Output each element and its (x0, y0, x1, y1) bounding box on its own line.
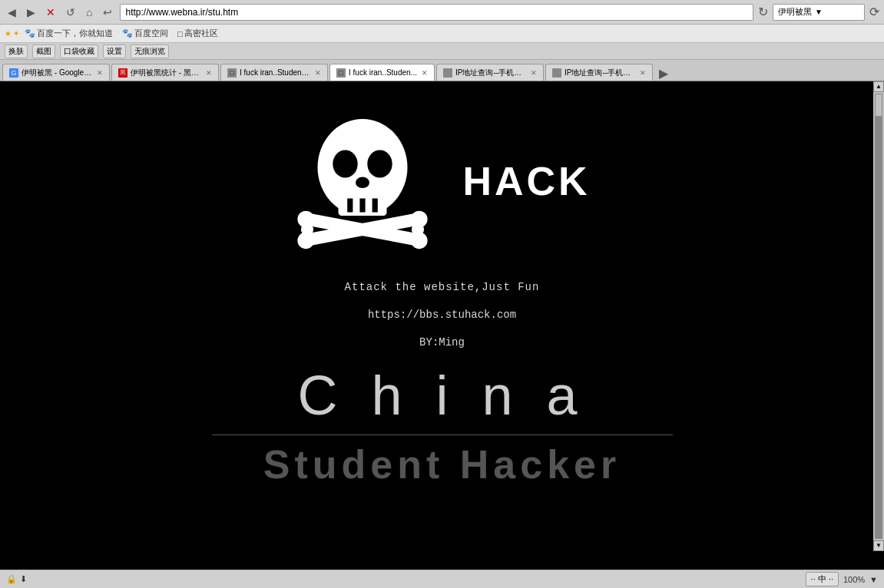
student-hacker-label: Student Hacker (263, 441, 621, 487)
bookmarks-bar: ★ ✦ 🐾 百度一下，你就知道 🐾 百度空间 □ 高密社区 (0, 25, 884, 43)
bookmark-star2-icon: ✦ (13, 29, 19, 38)
lang-dots: ·· (811, 574, 816, 583)
content-area: HACK Attack the website,Just Fun https:/… (0, 81, 884, 570)
bookmark-baidu-space[interactable]: 🐾 百度空间 (118, 27, 172, 40)
tab-close-1[interactable]: ✕ (206, 69, 212, 77)
forward-button[interactable]: ▶ (24, 5, 38, 20)
baidu-icon: 🐾 (25, 28, 35, 38)
home-button[interactable]: ⌂ (83, 5, 95, 20)
status-left: 🔒 ⬇ (6, 574, 27, 584)
bookmark-star-icon: ★ (5, 29, 12, 38)
message-area: Attack the website,Just Fun https://bbs.… (345, 281, 540, 349)
undo-button[interactable]: ↩ (100, 5, 115, 20)
skull-hack-area: HACK (293, 104, 590, 258)
browser-frame: ◀ ▶ ✕ ↺ ⌂ ↩ ↻ 伊明被黑 ▼ ⟳ ★ ✦ 🐾 百度一下，你就知道 🐾… (0, 0, 884, 588)
svg-point-15 (412, 223, 424, 236)
hacked-page: HACK Attack the website,Just Fun https:/… (0, 81, 884, 570)
tab-favicon-google: G (9, 68, 18, 78)
scroll-down-button[interactable]: ▼ (873, 540, 884, 551)
bookmark-baidu[interactable]: 🐾 百度一下，你就知道 (21, 27, 117, 40)
svg-rect-6 (360, 199, 366, 213)
baidu-space-icon: 🐾 (122, 28, 133, 38)
tabs-bar: G 伊明被黑 - Google 搜索 ✕ 黑 伊明被黑统计 - 黑客播... ✕… (0, 60, 884, 81)
scroll-thumb[interactable] (875, 94, 882, 117)
svg-point-2 (368, 150, 392, 178)
svg-rect-5 (348, 199, 353, 213)
svg-rect-7 (372, 199, 378, 213)
status-bar: 🔒 ⬇ ·· 中 ·· 100% ▼ (0, 570, 884, 588)
search-dropdown-icon[interactable]: ▼ (815, 8, 823, 16)
nav-bar: ◀ ▶ ✕ ↺ ⌂ ↩ ↻ 伊明被黑 ▼ ⟳ (0, 0, 884, 25)
hack-label: HACK (462, 158, 590, 204)
browser-search-box: 伊明被黑 ▼ (773, 4, 865, 21)
stuhack-url: https://bbs.stuhack.com (345, 309, 540, 321)
attack-message: Attack the website,Just Fun (345, 281, 540, 293)
url-input[interactable] (120, 4, 753, 21)
tab-favicon-ip1 (443, 68, 452, 78)
tab-ip2[interactable]: IP地址查询--手机号码查... ✕ (545, 64, 653, 81)
search-engine-label: 伊明被黑 (778, 6, 812, 18)
more-tabs-button[interactable]: ▶ (656, 66, 671, 81)
tab-favicon-stats: 黑 (118, 68, 127, 78)
scroll-up-button[interactable]: ▲ (873, 81, 884, 92)
svg-point-1 (333, 150, 358, 178)
scrollbar[interactable]: ▲ ▼ (873, 81, 884, 551)
by-ming: BY:Ming (345, 336, 540, 349)
go-button[interactable]: ↻ (758, 5, 768, 19)
tab-favicon-hack1: □ (227, 68, 237, 78)
lang-label: 中 (818, 574, 826, 583)
tab-close-3[interactable]: ✕ (422, 69, 428, 77)
tab-favicon-hack2: □ (336, 68, 346, 78)
china-label: C h i n a (297, 364, 586, 427)
tab-favicon-ip2 (552, 68, 561, 78)
tab-hack2-active[interactable]: □ I fuck iran..Studen... ✕ (329, 64, 435, 81)
tab-google-search[interactable]: G 伊明被黑 - Google 搜索 ✕ (2, 64, 110, 81)
download-icon: ⬇ (20, 574, 27, 584)
tab-close-2[interactable]: ✕ (315, 69, 321, 77)
tab-stats[interactable]: 黑 伊明被黑统计 - 黑客播... ✕ (111, 64, 219, 81)
tab-close-5[interactable]: ✕ (640, 69, 646, 77)
zoom-dropdown-icon[interactable]: ▼ (869, 575, 878, 584)
refresh-button[interactable]: ↺ (63, 5, 78, 20)
stop-button[interactable]: ✕ (43, 5, 58, 20)
skull-crossbones-icon (293, 104, 432, 258)
status-right: ·· 中 ·· 100% ▼ (806, 572, 878, 586)
tab-hack1[interactable]: □ I fuck iran..Student Ha... ✕ (220, 64, 328, 81)
svg-point-14 (301, 223, 313, 236)
secure-icon: 🔒 (6, 574, 17, 584)
settings-button[interactable]: 设置 (103, 45, 126, 58)
scroll-track (875, 94, 882, 539)
tab-close-0[interactable]: ✕ (97, 69, 103, 77)
svg-point-3 (356, 177, 369, 188)
gaomi-icon: □ (177, 29, 183, 38)
huanfu-button[interactable]: 换肤 (5, 45, 28, 58)
toolbar2: 换肤 截图 口袋收藏 设置 无痕浏览 (0, 43, 884, 60)
lang-dots2: ·· (829, 574, 833, 583)
divider (212, 434, 673, 435)
lang-button[interactable]: ·· 中 ·· (806, 572, 839, 586)
tab-close-4[interactable]: ✕ (531, 69, 537, 77)
tab-ip1[interactable]: IP地址查询--手机号码查... ✕ (436, 64, 544, 81)
extension-icon[interactable]: ⟳ (869, 5, 879, 19)
jietu-button[interactable]: 截图 (32, 45, 55, 58)
back-button[interactable]: ◀ (5, 5, 19, 20)
zoom-level: 100% (843, 575, 865, 584)
private-button[interactable]: 无痕浏览 (131, 45, 169, 58)
pocket-button[interactable]: 口袋收藏 (60, 45, 98, 58)
bookmark-gaomi[interactable]: □ 高密社区 (174, 27, 222, 40)
